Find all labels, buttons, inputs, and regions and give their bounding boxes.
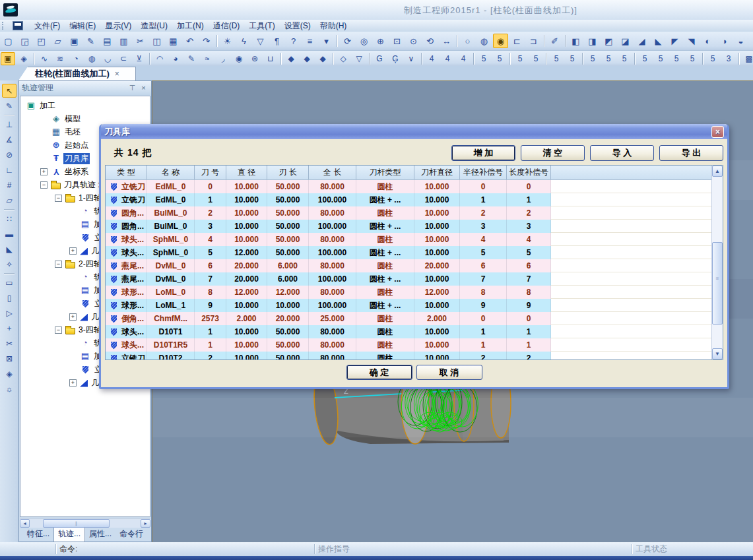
chamfer-feature-icon[interactable]: ◥ [684, 34, 699, 48]
quick-render-icon[interactable]: ϟ [236, 34, 251, 48]
profile-mill-icon[interactable]: ⊂ [116, 52, 131, 65]
collapse-icon[interactable]: − [55, 195, 62, 202]
corner-finish-icon[interactable]: ◞ [216, 52, 230, 65]
trim-tool-icon[interactable]: ✂ [2, 336, 16, 350]
engrave-yl-icon[interactable]: ◆ [300, 52, 314, 65]
column-header[interactable]: 刀杆类型 [356, 166, 414, 179]
tool-row[interactable]: 立铣刀EdML_0010.00050.00080.000圆柱10.00000 [106, 180, 723, 193]
menu-communication[interactable]: 通信(D) [209, 20, 245, 32]
import-tools-button[interactable]: 导 入 [590, 145, 654, 161]
revolve-feature-icon[interactable]: ◨ [585, 34, 600, 48]
expand-icon[interactable]: + [40, 168, 48, 175]
add-tool-button[interactable]: 增 加 [451, 145, 515, 161]
five-axis-post-icon[interactable]: 5 [685, 52, 700, 65]
menu-settings[interactable]: 设置(S) [280, 20, 315, 32]
gem-tool-icon[interactable]: ◈ [2, 367, 16, 381]
menu-help[interactable]: 帮助(H) [315, 20, 352, 32]
rib-feature-icon[interactable]: ◑ [717, 34, 732, 48]
collapse-icon[interactable]: − [55, 261, 62, 268]
tool-row[interactable]: 球头...SphML_0410.00050.00080.000圆柱10.0004… [106, 233, 723, 246]
tool-row[interactable]: 燕尾...DvML_0620.0006.00080.000圆柱20.00066 [106, 259, 723, 272]
five-axis-drill-icon[interactable]: 5 [638, 52, 652, 65]
expand-icon[interactable]: + [69, 379, 77, 387]
column-header[interactable]: 直 径 [226, 166, 267, 179]
cut-icon[interactable]: ✂ [133, 34, 148, 48]
layers-dropdown-icon[interactable]: ▾ [319, 34, 334, 48]
tool-row[interactable]: 立铣刀EdML_0110.00050.000100.000圆柱 + ...10.… [106, 193, 723, 206]
expand-icon[interactable]: + [69, 313, 77, 321]
menu-tools[interactable]: 工具(T) [244, 20, 279, 32]
select-cursor-icon[interactable]: ↖ [2, 84, 16, 98]
redo-icon[interactable]: ↷ [199, 34, 214, 48]
panel-tab-feature[interactable]: 特征... [23, 527, 53, 542]
tool-row[interactable]: 立铣刀D10T2210.00050.00080.000圆柱10.00022 [106, 352, 723, 360]
engrave-stf-icon[interactable]: ◆ [315, 52, 330, 65]
surface-mill-icon[interactable]: ≋ [53, 52, 67, 65]
options-gear-icon[interactable]: ☼ [2, 382, 16, 396]
menu-model[interactable]: 造型(U) [136, 20, 172, 32]
menu-machining[interactable]: 加工(N) [172, 20, 209, 32]
five-axis-flow-icon[interactable]: 5 [565, 52, 579, 65]
five-axis-link-icon[interactable]: 5 [617, 52, 632, 65]
help-icon[interactable]: ? [286, 34, 301, 48]
print-preview-icon[interactable]: ▥ [116, 34, 131, 48]
column-header[interactable]: 刀 号 [195, 166, 226, 179]
scrollbar-thumb[interactable]: ∥ [43, 519, 110, 528]
panel-pin-icon[interactable]: ⊤ [127, 84, 137, 93]
draft-feature-icon[interactable]: ◢ [634, 34, 649, 48]
table-vertical-scrollbar[interactable]: ▲ ▼ [711, 166, 723, 359]
five-axis-curve-icon[interactable]: 5 [476, 52, 491, 65]
hole-feature-icon[interactable]: ◐ [700, 34, 715, 48]
table-scrollbar-thumb[interactable] [712, 242, 723, 325]
fillet-feature-icon[interactable]: ◤ [667, 34, 682, 48]
engrave-el-icon[interactable]: ◆ [284, 52, 298, 65]
five-axis-wrap-icon[interactable]: 5 [669, 52, 684, 65]
zoom-all-icon[interactable]: ◎ [356, 34, 372, 48]
five-to-four-icon[interactable]: 5 [705, 52, 720, 65]
four-axis-curve-icon[interactable]: 4 [424, 52, 439, 65]
open-process-icon[interactable]: ◲ [17, 34, 32, 48]
document-tab[interactable]: 柱轮(柱面曲线加工) × [18, 67, 136, 80]
export-tools-button[interactable]: 导 出 [659, 145, 723, 161]
open-folder-icon[interactable]: ▱ [50, 34, 65, 48]
cavity-mill-icon[interactable]: ◔ [69, 52, 83, 65]
render-icon[interactable]: ☀ [220, 34, 235, 48]
new-process-icon[interactable]: ◰ [34, 34, 49, 48]
menu-file[interactable]: 文件(F) [30, 20, 65, 32]
triangle-rule-icon[interactable]: ◣ [2, 242, 16, 256]
save-as-icon[interactable]: ✎ [83, 34, 98, 48]
column-header[interactable]: 刃 长 [267, 166, 309, 179]
cancel-button[interactable]: 取 消 [416, 365, 482, 380]
five-axis-side-mill-icon[interactable]: 5 [549, 52, 564, 65]
tile-windows-icon[interactable]: ⊐ [526, 34, 541, 48]
tool-row[interactable]: 圆角...BulML_0210.00050.00080.000圆柱10.0002… [106, 206, 723, 220]
scroll-right-icon[interactable]: ▸ [141, 519, 150, 528]
curve-mill-icon[interactable]: ∿ [37, 52, 51, 65]
save-icon[interactable]: ▣ [67, 34, 82, 48]
layer-path-icon[interactable]: ◈ [16, 52, 31, 65]
shell-feature-icon[interactable]: ◣ [651, 34, 666, 48]
coord-axes-icon[interactable]: ⊥ [2, 117, 16, 131]
menubar-drag-handle[interactable] [2, 22, 5, 30]
grid-snap-icon[interactable]: # [2, 178, 16, 192]
five-axis-check-icon[interactable]: 5 [601, 52, 616, 65]
ruler-tool-icon[interactable]: ▬ [2, 227, 16, 241]
hidden-line-display-icon[interactable]: ◍ [476, 34, 492, 48]
shaded-display-icon[interactable]: ◉ [493, 34, 508, 48]
tool-row[interactable]: 倒角...ChmfM...25732.00020.00025.000圆柱2.00… [106, 312, 723, 325]
new-file-icon[interactable]: ▢ [1, 34, 16, 48]
sketch-curve-icon[interactable]: ✎ [2, 99, 16, 113]
erase-coord-icon[interactable]: ⊘ [2, 148, 16, 162]
column-header[interactable]: 类 型 [106, 166, 147, 179]
zoom-window-icon[interactable]: ⊡ [389, 34, 405, 48]
cancel-tool-icon[interactable]: ⊠ [2, 352, 16, 365]
column-header[interactable]: 名 称 [147, 166, 195, 179]
five-axis-groove-icon[interactable]: 5 [513, 52, 527, 65]
scroll-up-icon[interactable]: ▲ [712, 166, 723, 177]
print-icon[interactable]: ▤ [100, 34, 115, 48]
tap-cycle-icon[interactable]: ▽ [352, 52, 366, 65]
dialog-title-bar[interactable]: 刀具库 × [101, 124, 727, 139]
clear-tools-button[interactable]: 清 空 [521, 145, 585, 161]
zoom-in-icon[interactable]: ⊕ [373, 34, 388, 48]
radial-finish-icon[interactable]: ⊛ [247, 52, 262, 65]
